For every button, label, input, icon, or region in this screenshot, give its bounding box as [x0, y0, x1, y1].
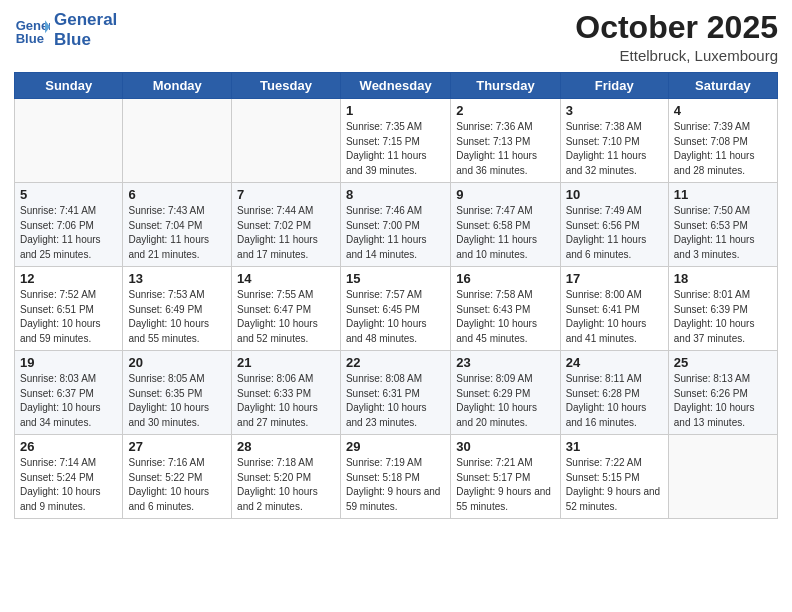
day-info: Sunrise: 7:53 AM Sunset: 6:49 PM Dayligh… [128, 288, 226, 346]
day-info: Sunrise: 7:57 AM Sunset: 6:45 PM Dayligh… [346, 288, 445, 346]
day-cell: 26Sunrise: 7:14 AM Sunset: 5:24 PM Dayli… [15, 435, 123, 519]
day-number: 15 [346, 271, 445, 286]
svg-text:Blue: Blue [16, 31, 44, 46]
day-cell: 21Sunrise: 8:06 AM Sunset: 6:33 PM Dayli… [232, 351, 341, 435]
month-title: October 2025 [575, 10, 778, 45]
weekday-friday: Friday [560, 73, 668, 99]
day-number: 25 [674, 355, 772, 370]
day-number: 22 [346, 355, 445, 370]
day-info: Sunrise: 7:46 AM Sunset: 7:00 PM Dayligh… [346, 204, 445, 262]
day-number: 3 [566, 103, 663, 118]
weekday-sunday: Sunday [15, 73, 123, 99]
day-number: 2 [456, 103, 554, 118]
weekday-tuesday: Tuesday [232, 73, 341, 99]
day-info: Sunrise: 8:00 AM Sunset: 6:41 PM Dayligh… [566, 288, 663, 346]
day-cell [668, 435, 777, 519]
day-cell: 16Sunrise: 7:58 AM Sunset: 6:43 PM Dayli… [451, 267, 560, 351]
day-cell: 13Sunrise: 7:53 AM Sunset: 6:49 PM Dayli… [123, 267, 232, 351]
calendar-page: General Blue General Blue October 2025 E… [0, 0, 792, 612]
week-row-1: 1Sunrise: 7:35 AM Sunset: 7:15 PM Daylig… [15, 99, 778, 183]
day-info: Sunrise: 7:49 AM Sunset: 6:56 PM Dayligh… [566, 204, 663, 262]
day-cell: 11Sunrise: 7:50 AM Sunset: 6:53 PM Dayli… [668, 183, 777, 267]
day-info: Sunrise: 7:38 AM Sunset: 7:10 PM Dayligh… [566, 120, 663, 178]
day-info: Sunrise: 8:05 AM Sunset: 6:35 PM Dayligh… [128, 372, 226, 430]
day-number: 23 [456, 355, 554, 370]
day-cell: 5Sunrise: 7:41 AM Sunset: 7:06 PM Daylig… [15, 183, 123, 267]
day-info: Sunrise: 7:47 AM Sunset: 6:58 PM Dayligh… [456, 204, 554, 262]
day-info: Sunrise: 7:35 AM Sunset: 7:15 PM Dayligh… [346, 120, 445, 178]
day-cell: 28Sunrise: 7:18 AM Sunset: 5:20 PM Dayli… [232, 435, 341, 519]
day-cell [15, 99, 123, 183]
week-row-2: 5Sunrise: 7:41 AM Sunset: 7:06 PM Daylig… [15, 183, 778, 267]
day-number: 7 [237, 187, 335, 202]
header: General Blue General Blue October 2025 E… [14, 10, 778, 64]
day-number: 11 [674, 187, 772, 202]
day-number: 5 [20, 187, 117, 202]
day-info: Sunrise: 7:43 AM Sunset: 7:04 PM Dayligh… [128, 204, 226, 262]
day-info: Sunrise: 7:50 AM Sunset: 6:53 PM Dayligh… [674, 204, 772, 262]
logo: General Blue General Blue [14, 10, 117, 49]
day-number: 12 [20, 271, 117, 286]
week-row-3: 12Sunrise: 7:52 AM Sunset: 6:51 PM Dayli… [15, 267, 778, 351]
weekday-wednesday: Wednesday [340, 73, 450, 99]
day-number: 21 [237, 355, 335, 370]
day-number: 26 [20, 439, 117, 454]
day-cell: 30Sunrise: 7:21 AM Sunset: 5:17 PM Dayli… [451, 435, 560, 519]
day-info: Sunrise: 7:39 AM Sunset: 7:08 PM Dayligh… [674, 120, 772, 178]
location: Ettelbruck, Luxembourg [575, 47, 778, 64]
logo-blue: Blue [54, 30, 117, 50]
week-row-4: 19Sunrise: 8:03 AM Sunset: 6:37 PM Dayli… [15, 351, 778, 435]
day-cell: 18Sunrise: 8:01 AM Sunset: 6:39 PM Dayli… [668, 267, 777, 351]
day-cell: 4Sunrise: 7:39 AM Sunset: 7:08 PM Daylig… [668, 99, 777, 183]
day-cell: 31Sunrise: 7:22 AM Sunset: 5:15 PM Dayli… [560, 435, 668, 519]
day-number: 19 [20, 355, 117, 370]
day-cell: 29Sunrise: 7:19 AM Sunset: 5:18 PM Dayli… [340, 435, 450, 519]
day-number: 14 [237, 271, 335, 286]
day-info: Sunrise: 7:58 AM Sunset: 6:43 PM Dayligh… [456, 288, 554, 346]
day-number: 13 [128, 271, 226, 286]
day-cell [123, 99, 232, 183]
day-info: Sunrise: 7:55 AM Sunset: 6:47 PM Dayligh… [237, 288, 335, 346]
day-number: 30 [456, 439, 554, 454]
day-number: 8 [346, 187, 445, 202]
day-cell: 20Sunrise: 8:05 AM Sunset: 6:35 PM Dayli… [123, 351, 232, 435]
day-info: Sunrise: 7:36 AM Sunset: 7:13 PM Dayligh… [456, 120, 554, 178]
day-cell: 25Sunrise: 8:13 AM Sunset: 6:26 PM Dayli… [668, 351, 777, 435]
day-number: 28 [237, 439, 335, 454]
day-number: 24 [566, 355, 663, 370]
day-info: Sunrise: 8:01 AM Sunset: 6:39 PM Dayligh… [674, 288, 772, 346]
weekday-header-row: SundayMondayTuesdayWednesdayThursdayFrid… [15, 73, 778, 99]
day-info: Sunrise: 8:06 AM Sunset: 6:33 PM Dayligh… [237, 372, 335, 430]
day-number: 16 [456, 271, 554, 286]
logo-icon: General Blue [14, 12, 50, 48]
day-info: Sunrise: 8:13 AM Sunset: 6:26 PM Dayligh… [674, 372, 772, 430]
day-cell: 14Sunrise: 7:55 AM Sunset: 6:47 PM Dayli… [232, 267, 341, 351]
day-number: 1 [346, 103, 445, 118]
day-cell: 1Sunrise: 7:35 AM Sunset: 7:15 PM Daylig… [340, 99, 450, 183]
day-number: 9 [456, 187, 554, 202]
day-info: Sunrise: 7:18 AM Sunset: 5:20 PM Dayligh… [237, 456, 335, 514]
day-number: 29 [346, 439, 445, 454]
day-cell: 10Sunrise: 7:49 AM Sunset: 6:56 PM Dayli… [560, 183, 668, 267]
weekday-thursday: Thursday [451, 73, 560, 99]
logo-general: General [54, 10, 117, 30]
day-info: Sunrise: 8:09 AM Sunset: 6:29 PM Dayligh… [456, 372, 554, 430]
day-number: 20 [128, 355, 226, 370]
day-info: Sunrise: 7:19 AM Sunset: 5:18 PM Dayligh… [346, 456, 445, 514]
day-number: 27 [128, 439, 226, 454]
title-block: October 2025 Ettelbruck, Luxembourg [575, 10, 778, 64]
day-cell: 23Sunrise: 8:09 AM Sunset: 6:29 PM Dayli… [451, 351, 560, 435]
day-cell: 17Sunrise: 8:00 AM Sunset: 6:41 PM Dayli… [560, 267, 668, 351]
day-number: 6 [128, 187, 226, 202]
day-info: Sunrise: 8:03 AM Sunset: 6:37 PM Dayligh… [20, 372, 117, 430]
day-cell: 27Sunrise: 7:16 AM Sunset: 5:22 PM Dayli… [123, 435, 232, 519]
day-info: Sunrise: 7:14 AM Sunset: 5:24 PM Dayligh… [20, 456, 117, 514]
day-cell [232, 99, 341, 183]
day-info: Sunrise: 8:11 AM Sunset: 6:28 PM Dayligh… [566, 372, 663, 430]
week-row-5: 26Sunrise: 7:14 AM Sunset: 5:24 PM Dayli… [15, 435, 778, 519]
day-cell: 8Sunrise: 7:46 AM Sunset: 7:00 PM Daylig… [340, 183, 450, 267]
day-cell: 3Sunrise: 7:38 AM Sunset: 7:10 PM Daylig… [560, 99, 668, 183]
day-info: Sunrise: 7:52 AM Sunset: 6:51 PM Dayligh… [20, 288, 117, 346]
day-info: Sunrise: 7:21 AM Sunset: 5:17 PM Dayligh… [456, 456, 554, 514]
calendar-table: SundayMondayTuesdayWednesdayThursdayFrid… [14, 72, 778, 519]
